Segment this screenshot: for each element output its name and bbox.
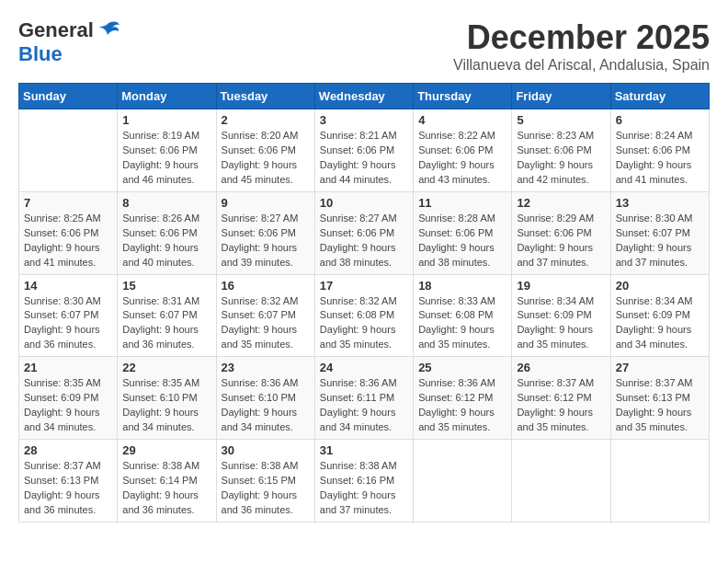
calendar-cell: 20Sunrise: 8:34 AM Sunset: 6:09 PM Dayli… [610,274,709,357]
logo-general-text: General [18,18,94,42]
day-number: 8 [122,196,210,210]
calendar-cell: 1Sunrise: 8:19 AM Sunset: 6:06 PM Daylig… [118,109,216,192]
calendar-cell: 19Sunrise: 8:34 AM Sunset: 6:09 PM Dayli… [512,274,610,357]
calendar-cell: 11Sunrise: 8:28 AM Sunset: 6:06 PM Dayli… [414,191,512,274]
day-info: Sunrise: 8:28 AM Sunset: 6:06 PM Dayligh… [418,212,506,270]
weekday-header-saturday: Saturday [610,84,709,109]
calendar-cell: 8Sunrise: 8:26 AM Sunset: 6:06 PM Daylig… [118,191,216,274]
day-number: 10 [320,196,408,210]
calendar-cell: 3Sunrise: 8:21 AM Sunset: 6:06 PM Daylig… [314,109,413,192]
day-info: Sunrise: 8:36 AM Sunset: 6:11 PM Dayligh… [320,376,408,435]
day-info: Sunrise: 8:30 AM Sunset: 6:07 PM Dayligh… [24,294,112,353]
calendar-cell: 26Sunrise: 8:37 AM Sunset: 6:12 PM Dayli… [512,357,610,440]
day-info: Sunrise: 8:38 AM Sunset: 6:16 PM Dayligh… [320,459,408,518]
day-info: Sunrise: 8:37 AM Sunset: 6:13 PM Dayligh… [616,376,704,435]
calendar-cell: 22Sunrise: 8:35 AM Sunset: 6:10 PM Dayli… [118,357,216,440]
weekday-header-monday: Monday [118,84,216,109]
week-row-4: 21Sunrise: 8:35 AM Sunset: 6:09 PM Dayli… [19,357,710,440]
calendar-cell: 16Sunrise: 8:32 AM Sunset: 6:07 PM Dayli… [216,274,314,357]
day-info: Sunrise: 8:36 AM Sunset: 6:12 PM Dayligh… [418,376,506,435]
day-number: 30 [222,443,310,457]
title-section: December 2025 Villanueva del Ariscal, An… [453,18,710,74]
calendar-cell: 4Sunrise: 8:22 AM Sunset: 6:06 PM Daylig… [414,109,512,192]
day-info: Sunrise: 8:23 AM Sunset: 6:06 PM Dayligh… [517,129,605,188]
day-info: Sunrise: 8:20 AM Sunset: 6:06 PM Dayligh… [222,129,310,188]
day-info: Sunrise: 8:25 AM Sunset: 6:06 PM Dayligh… [24,212,112,270]
calendar-cell [19,109,118,192]
day-number: 25 [418,361,506,374]
month-title: December 2025 [453,18,710,57]
day-info: Sunrise: 8:36 AM Sunset: 6:10 PM Dayligh… [222,376,310,435]
day-info: Sunrise: 8:32 AM Sunset: 6:08 PM Dayligh… [320,294,408,353]
day-number: 4 [418,113,506,127]
calendar-table: SundayMondayTuesdayWednesdayThursdayFrid… [18,83,710,523]
location-title: Villanueva del Ariscal, Andalusia, Spain [453,57,710,74]
day-number: 20 [616,279,704,293]
calendar-cell: 2Sunrise: 8:20 AM Sunset: 6:06 PM Daylig… [216,109,314,192]
day-number: 17 [320,279,408,293]
week-row-1: 1Sunrise: 8:19 AM Sunset: 6:06 PM Daylig… [19,109,710,192]
day-info: Sunrise: 8:24 AM Sunset: 6:06 PM Dayligh… [616,129,704,188]
weekday-header-sunday: Sunday [19,84,118,109]
day-number: 5 [517,113,605,127]
calendar-cell: 17Sunrise: 8:32 AM Sunset: 6:08 PM Dayli… [314,274,413,357]
day-number: 7 [24,196,112,210]
day-number: 28 [24,443,112,457]
calendar-cell: 7Sunrise: 8:25 AM Sunset: 6:06 PM Daylig… [19,191,118,274]
day-info: Sunrise: 8:35 AM Sunset: 6:10 PM Dayligh… [122,376,210,435]
logo: General Blue [18,18,121,66]
calendar-cell: 31Sunrise: 8:38 AM Sunset: 6:16 PM Dayli… [314,440,413,523]
week-row-5: 28Sunrise: 8:37 AM Sunset: 6:13 PM Dayli… [19,440,710,523]
calendar-cell: 25Sunrise: 8:36 AM Sunset: 6:12 PM Dayli… [414,357,512,440]
weekday-header-wednesday: Wednesday [314,84,413,109]
calendar-cell: 10Sunrise: 8:27 AM Sunset: 6:06 PM Dayli… [314,191,413,274]
calendar-cell: 27Sunrise: 8:37 AM Sunset: 6:13 PM Dayli… [610,357,709,440]
calendar-cell: 15Sunrise: 8:31 AM Sunset: 6:07 PM Dayli… [118,274,216,357]
day-number: 3 [320,113,408,127]
logo-blue-text: Blue [18,42,63,66]
day-info: Sunrise: 8:32 AM Sunset: 6:07 PM Dayligh… [222,294,310,353]
day-info: Sunrise: 8:26 AM Sunset: 6:06 PM Dayligh… [122,212,210,270]
day-number: 12 [517,196,605,210]
calendar-cell: 30Sunrise: 8:38 AM Sunset: 6:15 PM Dayli… [216,440,314,523]
day-number: 14 [24,279,112,293]
day-number: 6 [616,113,704,127]
day-number: 31 [320,443,408,457]
day-number: 2 [222,113,310,127]
calendar-cell: 24Sunrise: 8:36 AM Sunset: 6:11 PM Dayli… [314,357,413,440]
day-info: Sunrise: 8:27 AM Sunset: 6:06 PM Dayligh… [320,212,408,270]
header: General Blue December 2025 Villanueva de… [18,18,710,74]
day-info: Sunrise: 8:19 AM Sunset: 6:06 PM Dayligh… [122,129,210,188]
day-number: 27 [616,361,704,374]
calendar-cell: 21Sunrise: 8:35 AM Sunset: 6:09 PM Dayli… [19,357,118,440]
day-info: Sunrise: 8:27 AM Sunset: 6:06 PM Dayligh… [222,212,310,270]
day-info: Sunrise: 8:33 AM Sunset: 6:08 PM Dayligh… [418,294,506,353]
day-info: Sunrise: 8:34 AM Sunset: 6:09 PM Dayligh… [517,294,605,353]
day-number: 29 [122,443,210,457]
weekday-header-friday: Friday [512,84,610,109]
calendar-cell [414,440,512,523]
logo-bird-icon [94,20,121,40]
day-info: Sunrise: 8:21 AM Sunset: 6:06 PM Dayligh… [320,129,408,188]
week-row-3: 14Sunrise: 8:30 AM Sunset: 6:07 PM Dayli… [19,274,710,357]
day-number: 23 [222,361,310,374]
day-number: 15 [122,279,210,293]
day-info: Sunrise: 8:35 AM Sunset: 6:09 PM Dayligh… [24,376,112,435]
calendar-cell: 18Sunrise: 8:33 AM Sunset: 6:08 PM Dayli… [414,274,512,357]
day-info: Sunrise: 8:37 AM Sunset: 6:12 PM Dayligh… [517,376,605,435]
day-info: Sunrise: 8:38 AM Sunset: 6:14 PM Dayligh… [122,459,210,518]
day-number: 13 [616,196,704,210]
day-number: 9 [222,196,310,210]
day-number: 19 [517,279,605,293]
week-row-2: 7Sunrise: 8:25 AM Sunset: 6:06 PM Daylig… [19,191,710,274]
day-number: 11 [418,196,506,210]
day-number: 22 [122,361,210,374]
day-info: Sunrise: 8:31 AM Sunset: 6:07 PM Dayligh… [122,294,210,353]
calendar-cell: 6Sunrise: 8:24 AM Sunset: 6:06 PM Daylig… [610,109,709,192]
day-number: 24 [320,361,408,374]
weekday-header-thursday: Thursday [414,84,512,109]
day-info: Sunrise: 8:37 AM Sunset: 6:13 PM Dayligh… [24,459,112,518]
day-info: Sunrise: 8:38 AM Sunset: 6:15 PM Dayligh… [222,459,310,518]
calendar-cell [512,440,610,523]
calendar-cell: 13Sunrise: 8:30 AM Sunset: 6:07 PM Dayli… [610,191,709,274]
